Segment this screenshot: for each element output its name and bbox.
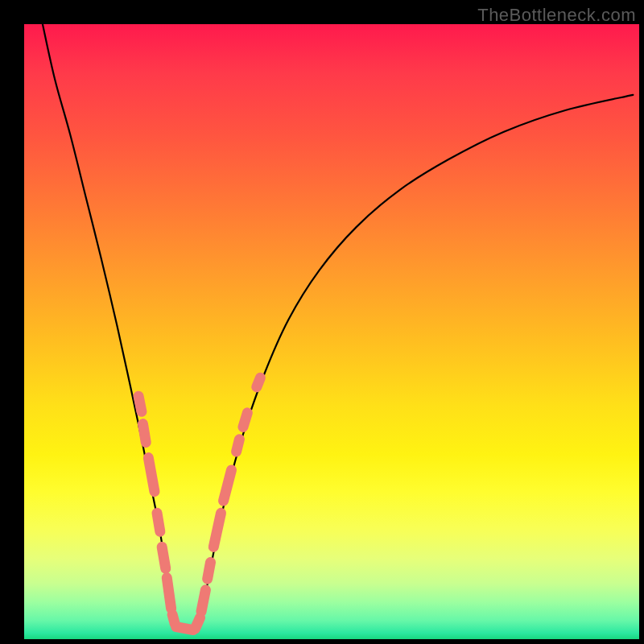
chart-frame: TheBottleneck.com	[0, 0, 644, 644]
marker-capsule	[142, 424, 146, 443]
marker-capsule	[195, 617, 200, 629]
marker-capsule	[213, 513, 221, 547]
marker-capsule	[237, 440, 240, 452]
marker-capsule	[257, 378, 261, 386]
plot-area	[24, 24, 639, 639]
marker-capsule	[157, 513, 160, 531]
marker-capsule	[208, 563, 211, 580]
watermark-label: TheBottleneck.com	[477, 5, 636, 26]
marker-capsule	[138, 396, 142, 411]
marker-capsule	[162, 547, 166, 568]
marker-capsule	[201, 590, 205, 612]
marker-capsule	[243, 413, 247, 427]
marker-capsule	[148, 458, 155, 492]
marker-capsule	[224, 470, 232, 501]
marker-capsule	[167, 578, 171, 609]
marker-layer	[24, 24, 639, 639]
